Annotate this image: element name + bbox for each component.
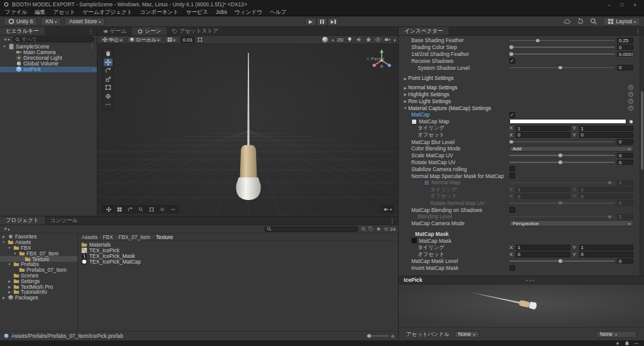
fold-arrow-icon[interactable]: ▶ (7, 285, 12, 289)
save-search-icon[interactable] (376, 226, 381, 232)
grid-snapping-dropdown[interactable]: ▾ (165, 36, 178, 43)
search-by-type-icon[interactable] (361, 226, 366, 232)
panel-menu-icon[interactable]: ⋮ (632, 27, 644, 35)
value-field[interactable]: 0 (617, 153, 633, 159)
slider-handle[interactable] (558, 259, 562, 263)
x-field[interactable]: 0 (516, 132, 570, 138)
tab-inspector[interactable]: インスペクター (399, 27, 448, 35)
checkbox[interactable] (509, 166, 515, 172)
highlight-settings[interactable]: ▶Highlight Settings? (399, 91, 640, 98)
normal-map-settings[interactable]: ▶Normal Map Settings? (399, 84, 640, 91)
layout-dropdown[interactable]: Layout ▾ (603, 18, 640, 26)
fold-arrow-icon[interactable]: ▼ (13, 252, 18, 255)
breadcrumb-fbx-07-item[interactable]: FBX_07_Item (118, 234, 150, 240)
slider[interactable] (509, 45, 614, 50)
cloud-services-icon[interactable] (564, 18, 571, 25)
pan-tool-button[interactable] (104, 206, 113, 213)
x-field[interactable]: 1 (516, 245, 570, 250)
asset-preview[interactable] (399, 284, 644, 327)
menu-jobs[interactable]: Jobs (212, 9, 231, 16)
slider[interactable] (509, 180, 614, 185)
matcap-mask-level[interactable]: MatCap Mask Level0 (399, 258, 640, 265)
value-field[interactable]: 0 (617, 45, 633, 50)
checkbox[interactable]: ✓ (509, 58, 515, 64)
maximize-button[interactable]: □ (620, 2, 623, 8)
slider-handle[interactable] (608, 181, 612, 185)
x-field[interactable]: 0 (516, 194, 570, 199)
minimize-button[interactable]: – (608, 2, 610, 8)
matcap-tiling[interactable]: タイリングX1Y1 (399, 125, 640, 132)
checkbox[interactable] (509, 265, 515, 271)
slider[interactable] (509, 153, 614, 158)
y-field[interactable]: 1 (579, 187, 634, 193)
scrollbar-thumb[interactable] (641, 91, 643, 170)
matcap-map[interactable]: MatCap Map (399, 118, 640, 125)
slider-handle[interactable] (367, 334, 371, 338)
matcap-settings[interactable]: ▼Material Capture (MatCap) Settings? (399, 104, 640, 111)
invert-matcap-mask[interactable]: Invert MatCap Mask (399, 265, 640, 272)
ai-assistant-icon[interactable] (615, 341, 620, 346)
slider[interactable] (509, 201, 614, 206)
hierarchy-search-input[interactable] (21, 36, 92, 42)
step-button[interactable] (328, 18, 339, 26)
matcap-normal-map[interactable]: Normal Map1 (399, 179, 640, 186)
project-folder-prefabs-07-item[interactable]: Prefabs_07_Item (0, 267, 77, 273)
matcap-camera-mode[interactable]: MatCap Camera ModePerspective▾ (399, 220, 640, 227)
foldout-arrow-icon[interactable]: ▶ (402, 99, 408, 103)
scene-effects-icon[interactable] (365, 36, 372, 43)
undo-history-icon[interactable] (577, 18, 584, 25)
frame-tool-button[interactable] (147, 206, 156, 213)
open-prefab-arrow[interactable]: › (92, 67, 95, 72)
rect-tool-button[interactable] (104, 84, 113, 92)
tab-item[interactable]: プロジェクト (0, 216, 45, 225)
zoom-tool-button[interactable] (136, 206, 145, 213)
scene-camera-icon[interactable] (384, 36, 391, 43)
search-by-label-icon[interactable] (369, 226, 374, 232)
foldout-arrow-icon[interactable]: ▼ (402, 106, 408, 110)
orbit-tool-button[interactable] (125, 206, 135, 213)
slider-handle[interactable] (558, 201, 562, 205)
y-field[interactable]: 1 (579, 245, 634, 250)
asset-tex-icepick-matcap[interactable]: TEX_IcePick_MatCap (78, 259, 398, 265)
pivot-mode-dropdown[interactable]: 中心 ▾ (100, 36, 125, 43)
y-field[interactable]: 0 (579, 194, 634, 199)
add-object-button[interactable]: +▾ (3, 36, 11, 43)
tab-hierarchy[interactable]: ヒエラルキー (0, 27, 45, 35)
hierarchy-item-icepick[interactable]: IcePick› (0, 67, 97, 72)
value-field[interactable]: 0 (617, 160, 633, 165)
matcap-mask-tiling[interactable]: タイリングX1Y1 (399, 244, 640, 251)
rotate-matcap-uv[interactable]: Rotate MatCap UV0 (399, 159, 640, 166)
inspector-scrollbar[interactable] (640, 36, 644, 276)
slider-handle[interactable] (608, 215, 612, 219)
fold-arrow-icon[interactable]: ▶ (1, 296, 6, 299)
hierarchy-search[interactable] (13, 36, 94, 42)
asset-bundle-variant-dropdown[interactable]: None ▾ (596, 331, 636, 338)
slider-handle[interactable] (536, 39, 540, 43)
y-field[interactable]: 0 (579, 252, 634, 257)
project-search-input[interactable] (273, 226, 356, 232)
drag-handle-icon[interactable]: ••• (526, 277, 535, 283)
slider[interactable] (509, 259, 614, 264)
help-icon[interactable]: ? (628, 106, 633, 111)
slider[interactable] (509, 52, 614, 57)
asset-bundle-name-dropdown[interactable]: None ▾ (455, 331, 479, 338)
value-field[interactable]: 1 (617, 214, 633, 220)
tab-item[interactable]: ゲーム (97, 27, 132, 35)
value-field[interactable]: 0 (617, 200, 633, 206)
texture-thumbnail[interactable] (411, 238, 417, 243)
project-search[interactable] (264, 226, 358, 232)
foldout-arrow-icon[interactable]: ▶ (402, 76, 408, 81)
fold-arrow-icon[interactable]: ▼ (7, 262, 12, 266)
color-picker-icon[interactable] (629, 120, 633, 124)
value-field[interactable]: 0.0001 (617, 52, 633, 57)
more-tools-button[interactable] (104, 101, 113, 109)
foldout-arrow-icon[interactable]: ▶ (402, 86, 408, 90)
x-field[interactable]: 1 (516, 187, 570, 193)
pause-button[interactable] (316, 18, 328, 26)
menu-item[interactable]: ウィンドウ (231, 9, 266, 16)
1st-2nd-shading-feather[interactable]: 1st/2nd Shading Feather0.0001 (399, 51, 640, 58)
project-folder-packages[interactable]: ▶Packages (0, 295, 77, 301)
thumbnail-zoom-slider[interactable] (366, 335, 389, 337)
menu-item[interactable]: サービス (182, 9, 212, 16)
gizmo-area[interactable]: < Persp (359, 47, 392, 62)
